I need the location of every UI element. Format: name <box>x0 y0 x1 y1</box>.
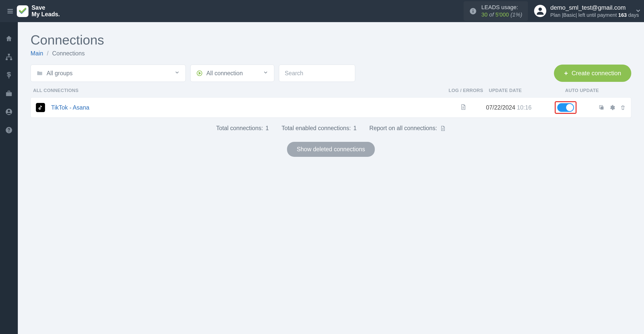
breadcrumb-separator: / <box>47 50 48 57</box>
connection-update-date: 07/22/2024 10:16 <box>486 104 555 111</box>
breadcrumb: Main / Connections <box>31 50 631 57</box>
breadcrumb-main-link[interactable]: Main <box>31 50 43 57</box>
folder-icon <box>36 70 43 77</box>
svg-rect-4 <box>473 10 474 13</box>
gear-icon <box>609 104 615 111</box>
svg-rect-7 <box>8 54 10 55</box>
chevron-down-icon[interactable] <box>635 7 641 15</box>
search-input-wrap[interactable] <box>279 65 355 82</box>
user-plan: Plan |Basic| left until payment 163 days <box>550 12 639 19</box>
report-all-connections: Report on all connections: <box>369 125 446 132</box>
connection-name: TikTok - Asana <box>51 104 440 111</box>
app-header: Save My Leads. LEADS usage: 30 of 5'000 … <box>0 0 644 22</box>
play-circle-icon <box>196 70 203 77</box>
total-enabled-connections: Total enabled connections: 1 <box>281 125 356 132</box>
sidebar <box>0 22 18 334</box>
info-icon <box>469 7 477 15</box>
sidebar-item-tools[interactable] <box>5 90 13 97</box>
col-auto-update: AUTO UPDATE <box>557 88 629 93</box>
trash-icon <box>620 104 626 111</box>
connection-actions <box>590 104 626 111</box>
sidebar-item-billing[interactable] <box>5 71 13 79</box>
svg-point-14 <box>8 131 9 132</box>
filters-row: All groups All connection + Create conne… <box>31 65 631 82</box>
auto-update-toggle[interactable] <box>557 103 574 112</box>
create-connection-label: Create connection <box>571 70 621 77</box>
svg-rect-10 <box>6 92 12 96</box>
svg-rect-19 <box>600 107 604 110</box>
menu-toggle-button[interactable] <box>5 8 15 15</box>
tiktok-icon <box>36 103 45 112</box>
user-icon <box>535 6 545 16</box>
sidebar-item-connections[interactable] <box>5 53 13 61</box>
delete-button[interactable] <box>620 104 626 111</box>
connection-row: TikTok - Asana 07/22/2024 10:16 <box>31 97 631 118</box>
create-connection-button[interactable]: + Create connection <box>554 65 631 82</box>
user-email: demo_sml_test@gmail.com <box>550 4 639 12</box>
connection-auto-update <box>555 101 590 114</box>
sidebar-item-account[interactable] <box>5 108 13 116</box>
logo-icon <box>17 5 28 17</box>
svg-rect-9 <box>10 58 12 60</box>
table-header: ALL CONNECTIONS LOG / ERRORS UPDATE DATE… <box>31 88 631 97</box>
chevron-down-icon <box>263 70 268 77</box>
page-title: Connections <box>31 32 631 48</box>
user-circle-icon <box>5 108 13 116</box>
dollar-icon <box>5 71 13 79</box>
sidebar-item-home[interactable] <box>5 35 13 42</box>
copy-icon <box>598 104 605 111</box>
col-all-connections: ALL CONNECTIONS <box>33 88 443 93</box>
avatar <box>534 5 546 17</box>
svg-rect-5 <box>473 9 474 10</box>
show-deleted-wrap: Show deleted connections <box>31 142 631 157</box>
status-select-label: All connection <box>206 70 243 77</box>
highlight-box <box>555 101 577 114</box>
svg-marker-16 <box>199 72 201 74</box>
sitemap-icon <box>5 53 13 61</box>
breadcrumb-current: Connections <box>52 50 85 57</box>
chevron-down-icon <box>174 70 180 77</box>
toggle-knob <box>566 104 573 111</box>
connection-link[interactable]: TikTok - Asana <box>51 104 89 111</box>
briefcase-icon <box>5 90 13 97</box>
leads-usage-text: LEADS usage: 30 of 5'000 (1%) <box>481 4 522 18</box>
groups-select-label: All groups <box>47 70 73 77</box>
show-deleted-button[interactable]: Show deleted connections <box>287 142 375 157</box>
checkmark-icon <box>18 7 27 16</box>
search-input[interactable] <box>285 70 349 77</box>
user-info: demo_sml_test@gmail.com Plan |Basic| lef… <box>550 4 639 19</box>
total-connections: Total connections: 1 <box>216 125 269 132</box>
col-update-date: UPDATE DATE <box>489 88 557 93</box>
home-icon <box>5 35 13 42</box>
status-select[interactable]: All connection <box>190 65 274 82</box>
question-icon <box>5 126 13 134</box>
report-button[interactable] <box>440 125 446 131</box>
plus-icon: + <box>564 69 568 77</box>
svg-point-12 <box>8 110 10 112</box>
settings-button[interactable] <box>609 104 615 111</box>
document-icon <box>460 104 466 110</box>
leads-usage-badge[interactable]: LEADS usage: 30 of 5'000 (1%) <box>464 1 528 21</box>
svg-rect-8 <box>6 58 8 60</box>
main-content: Connections Main / Connections All group… <box>18 22 644 334</box>
stats-row: Total connections: 1 Total enabled conne… <box>31 125 631 132</box>
hamburger-icon <box>7 8 14 15</box>
sidebar-item-help[interactable] <box>5 126 13 134</box>
brand-logo[interactable]: Save My Leads. <box>17 5 60 18</box>
svg-point-6 <box>538 8 542 11</box>
col-log-errors: LOG / ERRORS <box>443 88 489 93</box>
brand-name: Save My Leads. <box>32 5 60 18</box>
document-icon <box>440 125 446 131</box>
copy-button[interactable] <box>598 104 605 111</box>
connection-log-button[interactable] <box>440 104 486 111</box>
user-menu[interactable]: demo_sml_test@gmail.com Plan |Basic| lef… <box>534 4 639 19</box>
groups-select[interactable]: All groups <box>31 65 186 82</box>
